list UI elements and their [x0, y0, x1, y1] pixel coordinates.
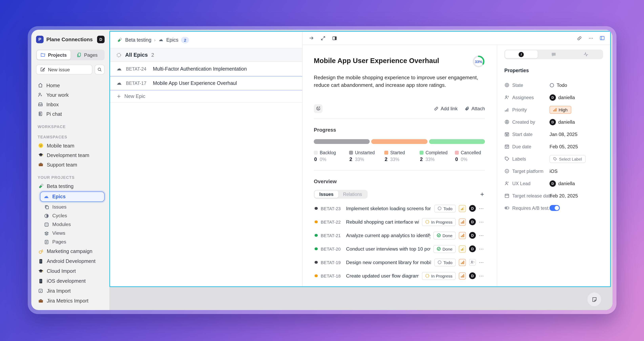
project-android-development[interactable]: Android Development: [35, 256, 106, 266]
project-cloud-import[interactable]: Cloud Import: [35, 266, 106, 276]
assignee-avatar[interactable]: D: [469, 245, 476, 252]
tab-pages[interactable]: Pages: [70, 50, 104, 60]
sidebar-item-label: Epics: [52, 194, 66, 199]
sidebar-item-modules[interactable]: Modules: [35, 220, 106, 229]
ux-lead-value[interactable]: Ddaniella: [550, 180, 575, 187]
assignee-avatar[interactable]: D: [469, 272, 476, 279]
user-avatar[interactable]: D: [97, 36, 104, 43]
priority-high-badge[interactable]: High: [550, 106, 571, 114]
side-peek-layout-icon[interactable]: [331, 35, 338, 41]
sidebar-item-pi-chat[interactable]: Pi chat: [35, 109, 106, 119]
priority-badge-high[interactable]: [459, 272, 466, 279]
unassigned-avatar-icon[interactable]: [469, 259, 476, 266]
issue-row[interactable]: BETAT-22 Rebuild shopping cart interface…: [314, 215, 485, 229]
tab-relations[interactable]: Relations: [338, 191, 367, 198]
epic-title-heading[interactable]: Mobile App User Experience Overhaul: [314, 57, 472, 66]
issue-row[interactable]: BETAT-20 Conduct user interviews with to…: [314, 242, 485, 255]
issue-status-badge[interactable]: In Progress: [422, 218, 456, 226]
ab-test-toggle-on[interactable]: [550, 205, 560, 211]
issue-menu-button[interactable]: ⋯: [479, 259, 485, 265]
due-date-value[interactable]: Feb 05, 2025: [550, 144, 578, 149]
issue-row[interactable]: BETAT-23 Implement skeleton loading scre…: [314, 202, 485, 215]
assignee-avatar[interactable]: D: [469, 218, 476, 225]
issue-row[interactable]: BETAT-18 Create updated user flow diagra…: [314, 269, 485, 282]
sidebar-item-your-work[interactable]: Your work: [35, 90, 106, 100]
add-reaction-button[interactable]: [314, 104, 322, 113]
sticky-note-floating-button[interactable]: [587, 292, 602, 306]
priority-badge-medium[interactable]: [459, 205, 466, 212]
tab-issues[interactable]: Issues: [314, 191, 338, 198]
epic-row[interactable]: BETAT-24 Multi-Factor Authentication Imp…: [110, 62, 302, 76]
priority-badge-high[interactable]: [459, 218, 466, 225]
new-issue-button[interactable]: New issue: [36, 65, 92, 75]
sidebar-item-cycles[interactable]: Cycles: [35, 211, 106, 220]
project-jira-import[interactable]: Jira Import: [35, 286, 106, 296]
issue-menu-button[interactable]: ⋯: [479, 246, 485, 252]
search-button[interactable]: [95, 65, 104, 75]
target-release-date-value[interactable]: Feb 20, 2025: [550, 193, 578, 198]
teamspace-mobile-team[interactable]: Mobile team: [35, 141, 106, 150]
breadcrumb-project[interactable]: Beta testing: [125, 37, 151, 43]
issue-id: BETAT-20: [321, 246, 343, 251]
issue-status-badge[interactable]: Todo: [434, 258, 456, 266]
attach-button[interactable]: Attach: [465, 106, 485, 111]
project-marketing-campaign[interactable]: Marketing campaign: [35, 246, 106, 256]
sidebar-item-issues[interactable]: Issues: [35, 203, 106, 211]
issue-status-badge[interactable]: Todo: [434, 204, 456, 212]
close-peek-arrow-icon[interactable]: [308, 35, 314, 41]
section-workspace[interactable]: WORKSPACE: [38, 125, 103, 129]
expand-icon[interactable]: [320, 35, 326, 41]
add-link-button[interactable]: Add link: [434, 106, 458, 111]
project-jira-metrics-import[interactable]: Jira Metrics Import: [35, 296, 106, 306]
sidebar-item-views[interactable]: Views: [35, 229, 106, 237]
property-row-ux-lead: UX Lead Ddaniella: [504, 177, 603, 190]
issue-status-badge[interactable]: Done: [434, 231, 456, 239]
workspace-switcher[interactable]: P Plane Connections D: [35, 35, 106, 44]
epic-description[interactable]: Redesign the mobile shopping experience …: [314, 74, 485, 89]
issue-row[interactable]: BETAT-19 Design new component library fo…: [314, 255, 485, 269]
more-options-icon[interactable]: [588, 35, 594, 41]
app-window: P Plane Connections D Projects Pages New…: [31, 30, 612, 310]
assignees-value[interactable]: Ddaniella: [550, 94, 575, 101]
note-icon: [591, 296, 597, 302]
sidebar-item-pages[interactable]: Pages: [35, 237, 106, 246]
issue-menu-button[interactable]: ⋯: [479, 219, 485, 225]
project-ios-development[interactable]: iOS development: [35, 276, 106, 286]
section-teamspaces[interactable]: TEAMSPACES: [38, 135, 103, 139]
priority-badge-medium[interactable]: [459, 245, 466, 252]
assignee-avatar[interactable]: D: [469, 205, 476, 212]
add-issue-button[interactable]: [480, 191, 485, 197]
copy-link-icon[interactable]: [576, 35, 582, 41]
tab-properties[interactable]: i: [505, 50, 538, 58]
tab-projects[interactable]: Projects: [37, 50, 70, 60]
priority-badge-high[interactable]: [459, 259, 466, 266]
teamspace-development-team[interactable]: Development team: [35, 150, 106, 160]
start-date-value[interactable]: Jan 08, 2025: [550, 131, 578, 137]
state-value[interactable]: Todo: [550, 82, 567, 88]
target-platform-value[interactable]: iOS: [550, 168, 558, 174]
sidebar-item-home[interactable]: Home: [35, 81, 106, 90]
epic-row-selected[interactable]: BETAT-17 Mobile App User Experience Over…: [110, 76, 302, 90]
priority-value[interactable]: High: [550, 106, 571, 114]
new-epic-button[interactable]: New Epic: [110, 90, 302, 103]
section-your-projects[interactable]: YOUR PROJECTS: [38, 175, 103, 180]
project-label: Jira Import: [47, 288, 71, 294]
teamspace-support-team[interactable]: Support team: [35, 160, 106, 169]
issue-menu-button[interactable]: ⋯: [479, 273, 485, 278]
issue-status-badge[interactable]: In Progress: [422, 272, 456, 280]
issue-menu-button[interactable]: ⋯: [479, 206, 485, 211]
issue-row[interactable]: BETAT-21 Analyze current app analytics t…: [314, 229, 485, 242]
sidebar-panel-toggle-icon[interactable]: [599, 35, 605, 41]
assignee-avatar[interactable]: D: [469, 232, 476, 239]
sidebar-item-epics[interactable]: Epics: [40, 191, 104, 202]
breadcrumb-section[interactable]: Epics: [166, 37, 178, 43]
issue-menu-button[interactable]: ⋯: [479, 233, 485, 238]
tab-activity[interactable]: [570, 50, 602, 58]
select-label-button[interactable]: Select Label: [550, 155, 586, 163]
tab-comments[interactable]: [538, 50, 570, 58]
issue-status-badge[interactable]: Done: [434, 245, 456, 253]
project-beta-testing[interactable]: Beta testing: [35, 181, 106, 191]
sidebar-item-inbox[interactable]: Inbox: [35, 100, 106, 109]
epics-group-header[interactable]: All Epics 2: [110, 48, 302, 62]
priority-badge-high[interactable]: [459, 232, 466, 239]
